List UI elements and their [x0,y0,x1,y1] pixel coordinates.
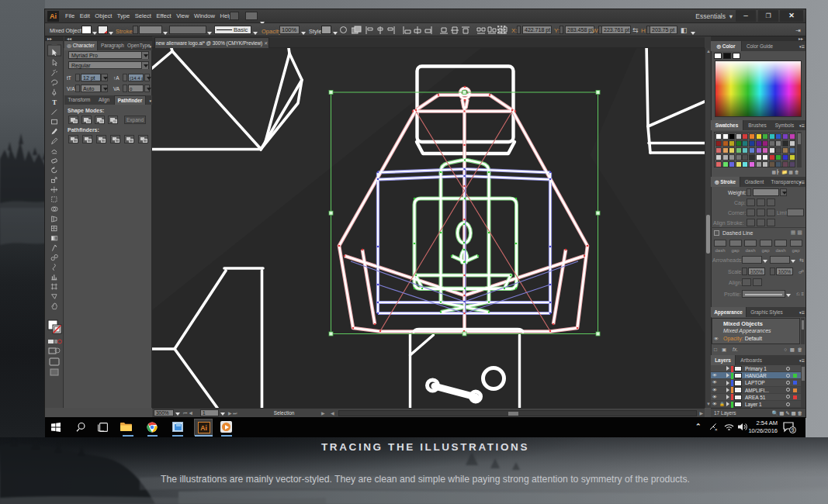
svg-text:×: × [715,427,718,432]
svg-text:9: 9 [792,427,795,433]
svg-text:T: T [52,98,57,106]
